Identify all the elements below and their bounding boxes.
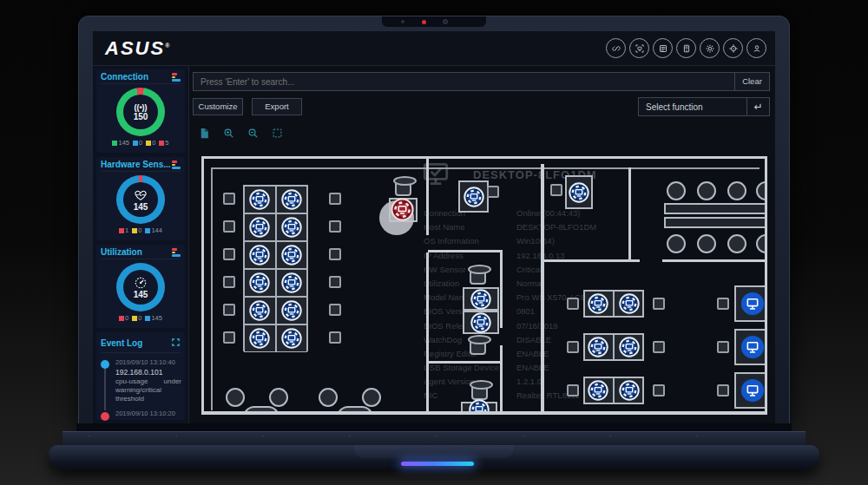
map-toolbar	[198, 127, 284, 140]
device-icon[interactable]	[281, 189, 302, 210]
device-icon[interactable]	[281, 272, 302, 293]
monitor-device-icon[interactable]	[740, 378, 765, 403]
event-entry[interactable]: 2019/09/10 13:10:20	[115, 410, 181, 417]
wall	[541, 259, 640, 262]
chair-round	[697, 234, 716, 253]
legend-count: 0	[138, 314, 141, 322]
event-timeline: 2019/09/10 13:10:40 192.168.0.101 cpu-us…	[101, 358, 181, 417]
chair	[653, 298, 665, 310]
export-button[interactable]: Export	[252, 98, 302, 115]
selection-box-icon[interactable]	[271, 127, 284, 140]
utilization-gauge: 145	[116, 263, 165, 311]
antenna-icon: ((•))	[134, 103, 147, 112]
main-area: Clear Customize Export Select function ↵	[189, 66, 775, 423]
chair-round	[667, 234, 686, 253]
account-icon[interactable]	[746, 38, 766, 58]
device-icon[interactable]	[588, 380, 608, 401]
search-input[interactable]	[194, 77, 734, 87]
expand-icon[interactable]	[171, 335, 181, 351]
device-icon[interactable]	[469, 399, 490, 415]
legend-count: 5	[165, 139, 168, 147]
device-icon[interactable]	[281, 217, 302, 238]
device-icon[interactable]	[588, 293, 608, 314]
widget-title: Event Log	[101, 338, 142, 348]
wall	[628, 167, 631, 261]
wall	[500, 345, 503, 415]
device-icon[interactable]	[470, 289, 491, 310]
desk	[734, 285, 767, 322]
topbar-icon-row	[606, 38, 766, 58]
selected-device-icon-critical[interactable]	[391, 198, 414, 221]
trash-bin	[470, 267, 486, 285]
stool	[319, 388, 338, 407]
device-scan-icon[interactable]	[629, 38, 649, 58]
stool	[362, 388, 381, 407]
device-icon[interactable]	[249, 245, 270, 265]
device-icon[interactable]	[249, 300, 270, 321]
zoom-in-icon[interactable]	[222, 127, 235, 140]
desk	[244, 324, 276, 352]
legend-count: 0	[138, 226, 141, 234]
bar-chart-icon	[172, 160, 181, 169]
widget-hardware-sensor[interactable]: Hardware Sens... 145 1 0	[96, 157, 185, 240]
device-icon[interactable]	[588, 337, 608, 357]
enter-icon[interactable]: ↵	[746, 98, 769, 115]
target-icon[interactable]	[723, 38, 743, 58]
bar-chart-icon	[172, 247, 181, 257]
desk	[244, 241, 276, 269]
device-icon[interactable]	[619, 337, 640, 357]
device-icon[interactable]	[619, 293, 640, 314]
zoom-out-icon[interactable]	[247, 127, 260, 140]
event-time: 2019/09/10 13:10:20	[115, 410, 181, 417]
clear-button[interactable]: Clear	[734, 73, 769, 90]
desk	[244, 269, 276, 297]
chair-round	[667, 181, 686, 200]
event-device: 192.168.0.101	[115, 368, 181, 377]
wall	[426, 159, 429, 235]
chair	[329, 304, 341, 316]
desk	[276, 241, 308, 269]
device-icon[interactable]	[249, 328, 270, 349]
legend-count: 0	[125, 314, 128, 322]
chair	[717, 384, 729, 397]
connection-gauge: ((•)) 150	[116, 88, 165, 136]
stool	[226, 388, 245, 407]
legend-count: 0	[152, 139, 155, 147]
monitor-device-icon[interactable]	[740, 335, 765, 359]
select-function-dropdown[interactable]: Select function ↵	[638, 97, 770, 116]
floor-plan[interactable]: DESKTOP-8LFO1DM ConnectionOnline (00:44:…	[201, 156, 767, 415]
link-icon[interactable]	[606, 38, 626, 58]
server-icon[interactable]	[653, 38, 673, 58]
app-topbar: ASUS®	[93, 31, 775, 66]
device-icon[interactable]	[569, 182, 589, 203]
chair	[329, 193, 341, 205]
device-icon[interactable]	[249, 272, 270, 293]
legend-count: 144	[151, 226, 162, 234]
device-icon[interactable]	[470, 312, 491, 333]
asus-logo: ASUS®	[102, 37, 171, 60]
desk	[458, 180, 489, 213]
device-icon[interactable]	[281, 245, 302, 265]
customize-button[interactable]: Customize	[193, 98, 243, 115]
device-icon[interactable]	[249, 189, 270, 210]
desk	[244, 297, 276, 324]
round-table	[243, 406, 279, 415]
file-icon[interactable]	[198, 127, 211, 140]
monitor-device-icon[interactable]	[740, 292, 765, 316]
search-bar: Clear	[193, 72, 770, 91]
legend-count: 0	[139, 139, 142, 147]
device-icon[interactable]	[249, 217, 270, 238]
chair	[223, 276, 235, 288]
settings-icon[interactable]	[700, 38, 720, 58]
device-icon[interactable]	[281, 328, 302, 349]
desk-pair	[583, 333, 644, 361]
widget-event-log: Event Log 2019/09/10 13:10:40 192.168.0.…	[96, 332, 185, 420]
host-icon[interactable]	[676, 38, 696, 58]
device-icon[interactable]	[619, 380, 640, 401]
gauge-value: 145	[134, 202, 148, 212]
device-icon[interactable]	[281, 300, 302, 321]
widget-utilization[interactable]: Utilization 145 0 0 145	[96, 245, 185, 328]
widget-connection[interactable]: Connection ((•)) 150 145 0	[96, 69, 185, 153]
event-entry[interactable]: 2019/09/10 13:10:40 192.168.0.101 cpu-us…	[115, 358, 181, 403]
device-icon[interactable]	[464, 187, 484, 207]
